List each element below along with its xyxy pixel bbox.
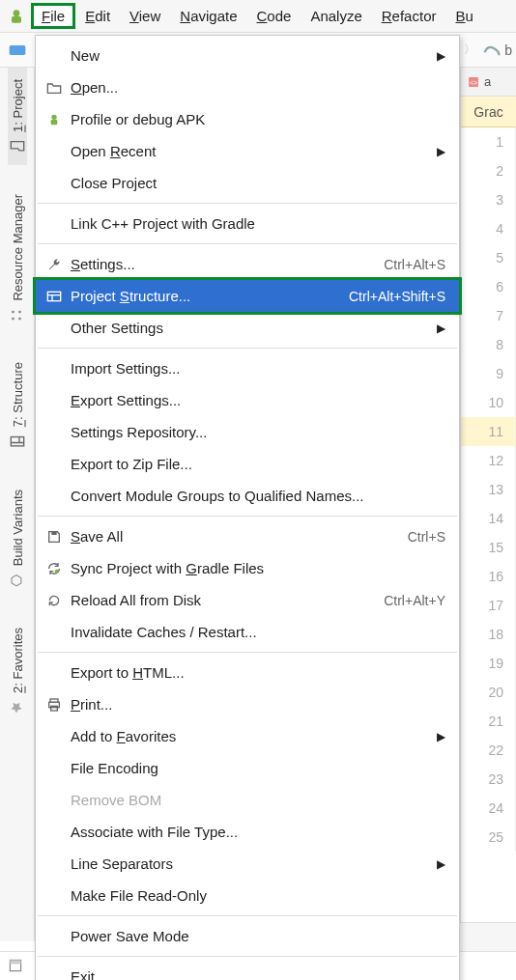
menu-item-open[interactable]: Open... <box>36 71 459 103</box>
menu-item-label: File Encoding <box>67 760 445 776</box>
blank-icon <box>42 423 67 442</box>
menu-separator <box>38 652 457 653</box>
menu-item-print[interactable]: Print... <box>36 688 459 720</box>
editor-tab[interactable]: <> a <box>461 68 516 97</box>
menu-navigate[interactable]: Navigate <box>170 4 246 28</box>
cube-icon <box>10 572 25 587</box>
line-number: 24 <box>461 794 516 823</box>
menu-item-file-encoding[interactable]: File Encoding <box>36 752 459 784</box>
menu-item-settings-repository[interactable]: Settings Repository... <box>36 416 459 448</box>
dots-icon <box>10 306 25 322</box>
line-number: 25 <box>461 823 516 852</box>
line-number: 8 <box>461 330 516 359</box>
menu-item-label: Open... <box>67 79 445 96</box>
svg-point-5 <box>18 311 21 314</box>
menu-item-label: Settings Repository... <box>67 424 445 440</box>
menu-item-invalidate-caches-restart[interactable]: Invalidate Caches / Restart... <box>36 616 459 648</box>
star-icon <box>10 699 25 714</box>
menu-item-label: Print... <box>67 696 445 713</box>
menu-item-export-to-zip-file[interactable]: Export to Zip File... <box>36 448 459 480</box>
rail-tab-resource-manager[interactable]: Resource Manager <box>8 182 27 334</box>
blank-icon <box>42 623 67 642</box>
menu-analyze[interactable]: Analyze <box>301 4 371 28</box>
blank-icon <box>42 319 67 338</box>
rail-tab-2-favorites[interactable]: 2: Favorites <box>8 616 27 726</box>
line-number: 2 <box>461 156 516 185</box>
menu-item-label: Import Settings... <box>67 360 445 377</box>
menu-item-label: Profile or debug APK <box>67 111 445 127</box>
menu-item-add-to-favorites[interactable]: Add to Favorites▶ <box>36 720 459 752</box>
menu-item-shortcut: Ctrl+Alt+Shift+S <box>349 289 445 304</box>
reload-icon <box>42 591 67 610</box>
menu-item-label: Settings... <box>67 256 384 272</box>
menu-item-settings[interactable]: Settings...Ctrl+Alt+S <box>36 248 459 280</box>
line-number: 6 <box>461 272 516 301</box>
menu-item-associate-with-file-type[interactable]: Associate with File Type... <box>36 816 459 848</box>
menu-item-link-c-project-with-gradle[interactable]: Link C++ Project with Gradle <box>36 208 459 239</box>
svg-rect-7 <box>11 437 23 446</box>
apk-icon <box>42 110 67 129</box>
menu-item-shortcut: Ctrl+S <box>408 529 445 545</box>
menu-refactor[interactable]: Refactor <box>372 4 446 28</box>
menu-item-line-separators[interactable]: Line Separators▶ <box>36 848 459 880</box>
menu-item-new[interactable]: New▶ <box>36 40 459 71</box>
blank-icon <box>42 142 67 161</box>
menu-item-open-recent[interactable]: Open Recent▶ <box>36 135 459 167</box>
submenu-arrow-icon: ▶ <box>437 857 445 871</box>
struct-icon <box>42 287 67 306</box>
chevron-right-icon: 〉 <box>460 42 479 58</box>
menu-item-label: Exit <box>67 968 445 980</box>
blank-icon <box>42 487 67 506</box>
menu-item-exit[interactable]: Exit <box>36 961 459 980</box>
menu-item-other-settings[interactable]: Other Settings▶ <box>36 312 459 344</box>
line-number: 1 <box>461 127 516 156</box>
submenu-arrow-icon: ▶ <box>437 730 445 743</box>
menu-item-sync-project-with-gradle-files[interactable]: Sync Project with Gradle Files <box>36 552 459 584</box>
line-number: 13 <box>461 475 516 504</box>
menu-bu[interactable]: Bu <box>445 4 482 28</box>
rail-tab-build-variants[interactable]: Build Variants <box>8 478 27 599</box>
menu-separator <box>38 203 457 204</box>
svg-rect-14 <box>47 292 60 300</box>
menu-item-profile-or-debug-apk[interactable]: Profile or debug APK <box>36 103 459 135</box>
menu-item-save-all[interactable]: Save AllCtrl+S <box>36 520 459 552</box>
menu-view[interactable]: View <box>120 4 170 28</box>
menu-item-label: Reload All from Disk <box>67 592 384 608</box>
menu-item-export-settings[interactable]: Export Settings... <box>36 384 459 416</box>
folder-icon <box>42 78 67 98</box>
menu-item-export-to-html[interactable]: Export to HTML... <box>36 657 459 688</box>
menu-item-make-file-read-only[interactable]: Make File Read-Only <box>36 880 459 911</box>
blank-icon <box>42 854 67 874</box>
svg-point-18 <box>55 569 59 573</box>
blank-icon <box>42 886 67 906</box>
menu-item-import-settings[interactable]: Import Settings... <box>36 352 459 384</box>
gradle-banner[interactable]: Grac <box>461 97 516 127</box>
blank-icon <box>42 214 67 234</box>
menu-file[interactable]: File <box>31 3 75 29</box>
editor-tab-label: a <box>484 74 491 89</box>
menu-code[interactable]: Code <box>247 4 301 28</box>
menu-item-label: Save All <box>67 528 408 545</box>
menu-item-label: Project Structure... <box>67 288 349 304</box>
line-number: 4 <box>461 214 516 243</box>
left-tool-rail: 1: ProjectResource Manager7: StructureBu… <box>0 68 35 941</box>
menu-edit[interactable]: Edit <box>75 4 120 28</box>
line-number: 14 <box>461 504 516 533</box>
menu-item-label: Power Save Mode <box>67 928 445 944</box>
menu-item-convert-module-groups-to-qualified-names[interactable]: Convert Module Groups to Qualified Names… <box>36 480 459 512</box>
line-gutter: 1234567891011121314151617181920212223242… <box>461 127 516 941</box>
menu-item-reload-all-from-disk[interactable]: Reload All from DiskCtrl+Alt+Y <box>36 584 459 616</box>
menu-item-project-structure[interactable]: Project Structure...Ctrl+Alt+Shift+S <box>36 280 459 312</box>
rail-tab-7-structure[interactable]: 7: Structure <box>8 350 27 460</box>
rail-tab-1-project[interactable]: 1: Project <box>8 68 27 165</box>
wrench-icon <box>42 255 67 274</box>
menu-item-power-save-mode[interactable]: Power Save Mode <box>36 920 459 952</box>
menu-item-label: Export Settings... <box>67 392 445 408</box>
blank-icon <box>42 46 67 66</box>
menu-separator <box>38 956 457 957</box>
file-menu-dropdown: New▶Open...Profile or debug APKOpen Rece… <box>35 35 460 980</box>
blank-icon <box>42 391 67 410</box>
breadcrumb-seg[interactable]: b <box>504 42 512 58</box>
menu-item-label: Other Settings <box>67 320 437 336</box>
menu-item-close-project[interactable]: Close Project <box>36 167 459 199</box>
